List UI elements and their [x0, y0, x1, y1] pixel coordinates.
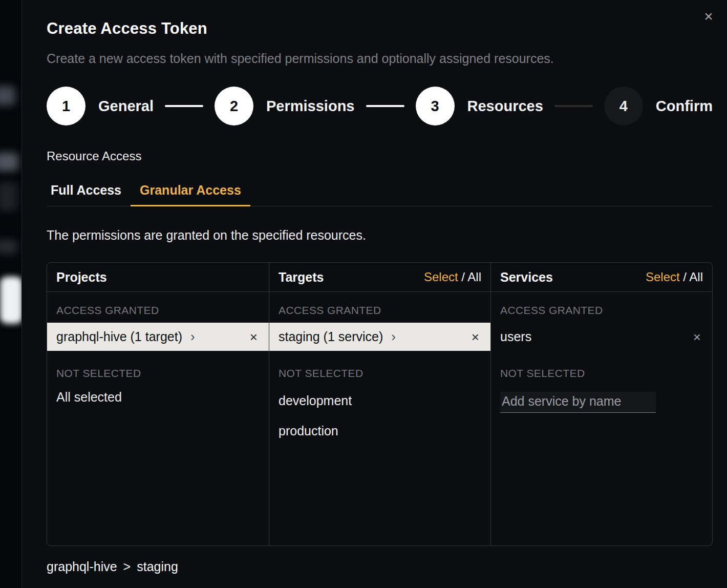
- access-mode-tabs: Full Access Granular Access: [47, 176, 713, 206]
- create-access-token-modal: × Create Access Token Create a new acces…: [22, 0, 727, 588]
- services-select-link[interactable]: Select: [646, 270, 680, 284]
- step-permissions-number: 2: [215, 87, 253, 125]
- background-blur-artifact: [0, 182, 17, 211]
- close-icon[interactable]: ×: [699, 7, 718, 26]
- services-access-granted-label: ACCESS GRANTED: [491, 292, 712, 323]
- target-option-development[interactable]: development: [269, 386, 490, 416]
- tab-full-access[interactable]: Full Access: [47, 176, 131, 206]
- project-row-graphql-hive[interactable]: graphql-hive (1 target) › ×: [47, 323, 269, 351]
- projects-all-selected-note: All selected: [47, 386, 269, 409]
- services-column: Services Select / All ACCESS GRANTED use…: [490, 263, 712, 545]
- targets-not-selected-label: NOT SELECTED: [269, 351, 490, 386]
- stepper-connector: [366, 105, 404, 107]
- services-select-all: Select / All: [646, 270, 703, 284]
- targets-access-granted-label: ACCESS GRANTED: [269, 292, 490, 323]
- target-option-production[interactable]: production: [269, 416, 490, 446]
- target-row-staging[interactable]: staging (1 service) › ×: [269, 323, 490, 351]
- breadcrumb: graphql-hive > staging: [47, 559, 713, 574]
- step-confirm-number: 4: [604, 87, 643, 125]
- step-general[interactable]: 1 General: [47, 87, 154, 125]
- targets-column: Targets Select / All ACCESS GRANTED stag…: [269, 263, 490, 545]
- projects-not-selected-label: NOT SELECTED: [47, 351, 269, 386]
- page-backdrop: [0, 0, 22, 588]
- project-row-name: graphql-hive (1 target): [56, 329, 182, 344]
- resource-access-heading: Resource Access: [47, 149, 713, 163]
- step-confirm[interactable]: 4 Confirm: [604, 87, 713, 125]
- background-blur-artifact: [0, 86, 15, 106]
- targets-column-header: Targets Select / All: [269, 263, 490, 292]
- breadcrumb-target: staging: [137, 559, 178, 574]
- projects-access-granted-label: ACCESS GRANTED: [47, 292, 269, 323]
- targets-column-body: ACCESS GRANTED staging (1 service) › × N…: [269, 292, 490, 545]
- targets-header-label: Targets: [279, 270, 324, 285]
- target-row-name: staging (1 service): [279, 329, 383, 344]
- services-column-header: Services Select / All: [491, 263, 712, 292]
- step-resources-number: 3: [416, 87, 455, 125]
- chevron-right-icon: ›: [391, 330, 396, 343]
- resource-selection-table: Projects ACCESS GRANTED graphql-hive (1 …: [47, 262, 713, 546]
- background-blur-artifact: [0, 240, 17, 254]
- background-blur-artifact: [0, 153, 18, 171]
- step-permissions[interactable]: 2 Permissions: [215, 87, 354, 125]
- step-resources-label: Resources: [467, 98, 543, 115]
- wizard-stepper: 1 General 2 Permissions 3 Resources 4 Co…: [47, 87, 713, 125]
- projects-column: Projects ACCESS GRANTED graphql-hive (1 …: [47, 263, 269, 545]
- targets-all-link[interactable]: All: [467, 270, 481, 284]
- step-general-number: 1: [47, 87, 85, 125]
- stepper-connector-inactive: [554, 105, 593, 107]
- services-all-link[interactable]: All: [689, 270, 703, 284]
- targets-select-all: Select / All: [424, 270, 481, 284]
- projects-column-body: ACCESS GRANTED graphql-hive (1 target) ›…: [47, 292, 269, 545]
- dialog-subtitle: Create a new access token with specified…: [47, 51, 713, 66]
- remove-target-icon[interactable]: ×: [469, 329, 481, 345]
- breadcrumb-project: graphql-hive: [47, 559, 117, 574]
- step-permissions-label: Permissions: [266, 98, 354, 115]
- tab-granular-access[interactable]: Granular Access: [131, 176, 250, 206]
- breadcrumb-separator: >: [123, 559, 131, 574]
- service-row-name: users: [500, 329, 531, 344]
- projects-header-label: Projects: [56, 270, 107, 285]
- dialog-title: Create Access Token: [47, 19, 713, 38]
- remove-service-icon[interactable]: ×: [691, 329, 703, 345]
- services-not-selected-label: NOT SELECTED: [491, 351, 712, 386]
- projects-column-header: Projects: [47, 263, 269, 292]
- remove-project-icon[interactable]: ×: [248, 329, 260, 345]
- step-general-label: General: [98, 98, 154, 115]
- background-blur-card: [0, 277, 22, 324]
- add-service-input[interactable]: [500, 392, 656, 413]
- step-confirm-label: Confirm: [656, 98, 713, 115]
- step-resources[interactable]: 3 Resources: [416, 87, 543, 125]
- granular-access-description: The permissions are granted on the speci…: [47, 228, 713, 243]
- targets-select-separator: /: [461, 270, 465, 284]
- targets-select-link[interactable]: Select: [424, 270, 458, 284]
- services-header-label: Services: [500, 270, 553, 285]
- chevron-right-icon: ›: [190, 330, 195, 343]
- stepper-connector: [165, 105, 203, 107]
- service-row-users[interactable]: users ×: [491, 323, 712, 351]
- services-select-separator: /: [683, 270, 687, 284]
- services-column-body: ACCESS GRANTED users × NOT SELECTED: [491, 292, 712, 545]
